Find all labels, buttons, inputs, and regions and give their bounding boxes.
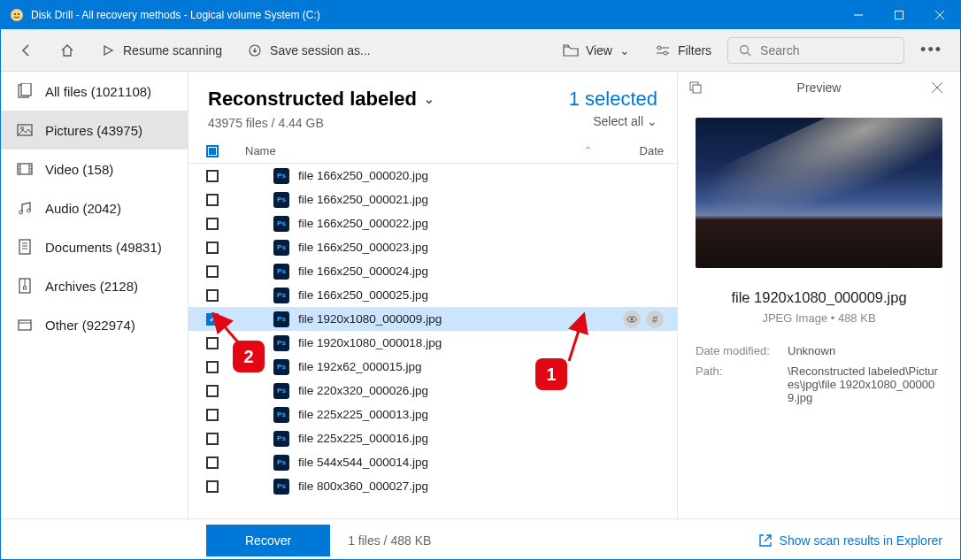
file-name: file 166x250_000025.jpg [298, 288, 664, 302]
photoshop-file-icon: Ps [273, 335, 289, 351]
resume-scanning-button[interactable]: Resume scanning [91, 37, 231, 64]
file-checkbox[interactable] [206, 194, 219, 206]
svg-rect-31 [19, 240, 30, 254]
annotation-arrow-1 [556, 312, 591, 365]
file-name: file 1920x1080_000018.jpg [298, 336, 664, 349]
preview-filetype: JPEG Image • 488 KB [696, 311, 942, 325]
sidebar-item-all-files[interactable]: All files (1021108) [1, 72, 188, 111]
sidebar-item-audio[interactable]: Audio (2042) [1, 188, 188, 227]
svg-rect-37 [24, 287, 27, 289]
file-row[interactable]: Psfile 544x544_000014.jpg# [188, 450, 677, 474]
sort-asc-icon: ⌃ [583, 144, 593, 157]
play-icon [100, 42, 116, 58]
preview-eye-button[interactable] [623, 311, 641, 328]
column-date-header[interactable]: Date [628, 144, 664, 157]
folder-title[interactable]: Reconstructed labeled ⌄ [208, 88, 434, 111]
archives-icon [17, 278, 33, 294]
hex-view-button[interactable]: # [646, 311, 664, 328]
file-checkbox[interactable] [206, 409, 219, 421]
sidebar-label: Pictures (43975) [45, 123, 142, 138]
svg-line-15 [748, 52, 751, 56]
video-icon [17, 161, 33, 177]
file-checkbox[interactable] [206, 289, 219, 302]
download-icon [247, 42, 263, 58]
svg-rect-38 [19, 320, 31, 330]
file-row[interactable]: Psfile 166x250_000025.jpg# [188, 283, 677, 307]
select-all-checkbox[interactable] [206, 145, 219, 157]
svg-line-41 [217, 318, 239, 343]
file-list[interactable]: 1 2 Psfile 166x250_000020.jpg#Psfile 166… [188, 164, 677, 518]
filters-button[interactable]: Filters [646, 37, 720, 64]
folder-icon [563, 42, 579, 58]
maximize-button[interactable] [879, 1, 919, 29]
sidebar-label: Video (158) [45, 162, 113, 177]
minimize-button[interactable] [838, 1, 879, 29]
search-input[interactable] [760, 43, 893, 58]
search-box[interactable] [727, 37, 904, 64]
view-button[interactable]: View ⌄ [554, 37, 639, 64]
file-row[interactable]: Psfile 166x250_000020.jpg# [188, 164, 677, 188]
preview-close-button[interactable] [932, 82, 949, 93]
file-checkbox[interactable] [206, 170, 219, 182]
preview-image [696, 118, 942, 268]
select-all-link[interactable]: Select all ⌄ [593, 114, 657, 128]
file-row[interactable]: ✓Psfile 1920x1080_000009.jpg# [188, 307, 677, 331]
file-row[interactable]: Psfile 220x320_000026.jpg# [188, 379, 677, 403]
show-in-explorer-link[interactable]: Show scan results in Explorer [758, 533, 942, 548]
preview-header: Preview [678, 72, 960, 104]
file-name: file 544x544_000014.jpg [298, 456, 664, 469]
preview-expand-button[interactable] [688, 81, 706, 95]
sidebar-item-documents[interactable]: Documents (49831) [1, 227, 188, 266]
view-label: View [586, 43, 612, 58]
file-checkbox[interactable] [206, 218, 219, 230]
save-session-label: Save session as... [270, 43, 371, 58]
file-checkbox[interactable] [206, 361, 219, 373]
file-row[interactable]: Psfile 225x225_000013.jpg# [188, 403, 677, 426]
sidebar-item-pictures[interactable]: Pictures (43975) [1, 111, 188, 150]
recover-button[interactable]: Recover [206, 525, 330, 556]
file-row[interactable]: Psfile 800x360_000027.jpg# [188, 474, 677, 498]
file-checkbox[interactable] [206, 385, 219, 397]
file-row[interactable]: Psfile 166x250_000022.jpg# [188, 211, 677, 235]
file-checkbox[interactable] [206, 480, 219, 493]
back-button[interactable] [10, 37, 43, 64]
svg-rect-4 [896, 12, 903, 19]
sidebar-item-video[interactable]: Video (158) [1, 150, 188, 188]
file-checkbox[interactable] [206, 242, 219, 254]
file-row[interactable]: Psfile 166x250_000024.jpg# [188, 259, 677, 283]
file-row[interactable]: Psfile 225x225_000016.jpg# [188, 426, 677, 450]
home-button[interactable] [50, 37, 84, 64]
more-menu-button[interactable]: ••• [911, 37, 951, 63]
annotation-badge-1: 1 [535, 358, 567, 390]
photoshop-file-icon: Ps [273, 479, 289, 495]
svg-point-0 [11, 9, 23, 21]
photoshop-file-icon: Ps [273, 264, 289, 280]
svg-line-40 [569, 319, 582, 361]
close-button[interactable] [919, 1, 960, 29]
file-row[interactable]: Psfile 166x250_000021.jpg# [188, 188, 677, 211]
resume-label: Resume scanning [123, 43, 222, 58]
file-checkbox[interactable] [206, 433, 219, 445]
listing-header: Reconstructed labeled ⌄ 43975 files / 4.… [188, 72, 677, 139]
file-row[interactable]: Psfile 166x250_000023.jpg# [188, 235, 677, 259]
file-name: file 166x250_000024.jpg [298, 265, 664, 278]
home-icon [59, 42, 75, 58]
sidebar-item-other[interactable]: Other (922974) [1, 305, 188, 344]
photoshop-file-icon: Ps [273, 216, 289, 232]
save-session-button[interactable]: Save session as... [238, 37, 380, 64]
annotation-badge-2: 2 [233, 341, 265, 372]
file-checkbox[interactable] [206, 456, 219, 469]
preview-panel: Preview file 1920x1080_000009.jpg JPEG I… [677, 72, 960, 518]
svg-point-1 [14, 13, 16, 15]
titlebar: Disk Drill - All recovery methods - Logi… [1, 1, 960, 29]
sidebar-label: All files (1021108) [45, 84, 151, 99]
sidebar-label: Documents (49831) [45, 240, 162, 255]
bottom-bar: Recover 1 files / 488 KB Show scan resul… [1, 518, 960, 560]
sidebar-label: Audio (2042) [45, 201, 121, 216]
sidebar-item-archives[interactable]: Archives (2128) [1, 266, 188, 305]
row-actions: # [623, 311, 664, 328]
file-checkbox[interactable] [206, 265, 219, 278]
external-link-icon [758, 533, 773, 548]
column-name-header[interactable]: Name ⌃ [245, 144, 628, 157]
photoshop-file-icon: Ps [273, 192, 289, 208]
